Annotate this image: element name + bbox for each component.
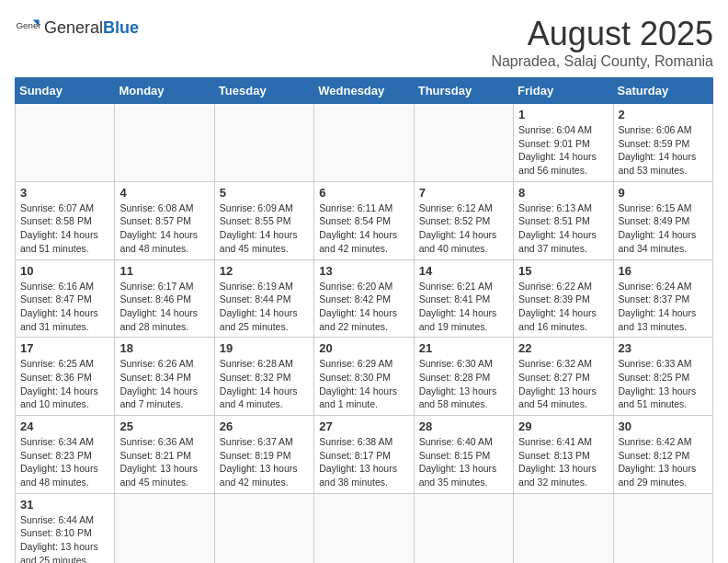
calendar-cell xyxy=(514,493,613,563)
weekday-header-row: SundayMondayTuesdayWednesdayThursdayFrid… xyxy=(16,78,713,104)
calendar-cell: 20Sunrise: 6:29 AM Sunset: 8:30 PM Dayli… xyxy=(314,338,414,416)
weekday-header: Sunday xyxy=(16,78,115,104)
calendar-cell: 31Sunrise: 6:44 AM Sunset: 8:10 PM Dayli… xyxy=(16,493,115,563)
day-info: Sunrise: 6:33 AM Sunset: 8:25 PM Dayligh… xyxy=(619,357,708,411)
day-number: 8 xyxy=(518,186,608,200)
day-info: Sunrise: 6:32 AM Sunset: 8:27 PM Dayligh… xyxy=(518,357,608,411)
calendar-cell: 28Sunrise: 6:40 AM Sunset: 8:15 PM Dayli… xyxy=(414,416,513,494)
day-number: 30 xyxy=(619,419,708,433)
day-number: 17 xyxy=(20,341,109,355)
day-info: Sunrise: 6:38 AM Sunset: 8:17 PM Dayligh… xyxy=(319,435,408,489)
calendar-cell: 30Sunrise: 6:42 AM Sunset: 8:12 PM Dayli… xyxy=(613,416,712,494)
calendar-cell: 5Sunrise: 6:09 AM Sunset: 8:55 PM Daylig… xyxy=(214,181,313,259)
day-info: Sunrise: 6:44 AM Sunset: 8:10 PM Dayligh… xyxy=(20,513,109,563)
title-section: August 2025 Napradea, Salaj County, Roma… xyxy=(491,15,713,70)
day-info: Sunrise: 6:20 AM Sunset: 8:42 PM Dayligh… xyxy=(319,280,408,334)
calendar-title: August 2025 xyxy=(491,15,713,53)
calendar-cell: 4Sunrise: 6:08 AM Sunset: 8:57 PM Daylig… xyxy=(115,181,214,259)
calendar-cell xyxy=(613,493,712,563)
day-number: 14 xyxy=(419,264,508,278)
calendar-cell xyxy=(115,493,214,563)
day-info: Sunrise: 6:19 AM Sunset: 8:44 PM Dayligh… xyxy=(220,280,309,334)
weekday-header: Monday xyxy=(115,78,214,104)
day-info: Sunrise: 6:08 AM Sunset: 8:57 PM Dayligh… xyxy=(119,201,209,256)
day-number: 29 xyxy=(518,419,608,433)
day-info: Sunrise: 6:04 AM Sunset: 9:01 PM Dayligh… xyxy=(518,123,608,178)
day-number: 31 xyxy=(20,498,109,511)
day-number: 6 xyxy=(319,186,408,200)
day-number: 5 xyxy=(220,186,309,200)
day-info: Sunrise: 6:37 AM Sunset: 8:19 PM Dayligh… xyxy=(220,435,309,489)
day-number: 20 xyxy=(319,341,408,355)
calendar-cell: 15Sunrise: 6:22 AM Sunset: 8:39 PM Dayli… xyxy=(514,259,613,338)
day-info: Sunrise: 6:34 AM Sunset: 8:23 PM Dayligh… xyxy=(20,435,109,489)
day-number: 1 xyxy=(518,108,608,121)
day-info: Sunrise: 6:36 AM Sunset: 8:21 PM Dayligh… xyxy=(119,435,209,489)
logo-icon: General xyxy=(15,15,40,40)
day-number: 23 xyxy=(619,341,708,355)
calendar-cell: 21Sunrise: 6:30 AM Sunset: 8:28 PM Dayli… xyxy=(414,338,513,416)
calendar-cell: 24Sunrise: 6:34 AM Sunset: 8:23 PM Dayli… xyxy=(16,416,115,494)
calendar-cell xyxy=(414,493,513,563)
calendar-cell: 19Sunrise: 6:28 AM Sunset: 8:32 PM Dayli… xyxy=(214,338,313,416)
calendar-cell: 17Sunrise: 6:25 AM Sunset: 8:36 PM Dayli… xyxy=(16,338,115,416)
day-info: Sunrise: 6:40 AM Sunset: 8:15 PM Dayligh… xyxy=(419,435,508,489)
day-number: 25 xyxy=(119,419,209,433)
day-number: 21 xyxy=(419,341,508,355)
day-number: 11 xyxy=(119,264,209,278)
calendar-cell: 18Sunrise: 6:26 AM Sunset: 8:34 PM Dayli… xyxy=(115,338,214,416)
calendar-week-row: 17Sunrise: 6:25 AM Sunset: 8:36 PM Dayli… xyxy=(16,338,713,416)
weekday-header: Wednesday xyxy=(314,78,414,104)
day-info: Sunrise: 6:17 AM Sunset: 8:46 PM Dayligh… xyxy=(119,280,209,334)
calendar-cell: 3Sunrise: 6:07 AM Sunset: 8:58 PM Daylig… xyxy=(16,181,115,259)
day-info: Sunrise: 6:11 AM Sunset: 8:54 PM Dayligh… xyxy=(319,201,408,256)
day-info: Sunrise: 6:06 AM Sunset: 8:59 PM Dayligh… xyxy=(619,123,708,178)
day-number: 15 xyxy=(518,264,608,278)
weekday-header: Thursday xyxy=(414,78,513,104)
day-number: 4 xyxy=(119,186,209,200)
day-info: Sunrise: 6:22 AM Sunset: 8:39 PM Dayligh… xyxy=(518,280,608,334)
page-header: General GeneralBlue August 2025 Napradea… xyxy=(15,15,713,70)
calendar-cell: 10Sunrise: 6:16 AM Sunset: 8:47 PM Dayli… xyxy=(16,259,115,338)
day-info: Sunrise: 6:30 AM Sunset: 8:28 PM Dayligh… xyxy=(419,357,508,411)
calendar-week-row: 10Sunrise: 6:16 AM Sunset: 8:47 PM Dayli… xyxy=(16,259,713,338)
day-number: 24 xyxy=(20,419,109,433)
day-number: 18 xyxy=(119,341,209,355)
calendar-cell xyxy=(314,493,414,563)
calendar-cell: 27Sunrise: 6:38 AM Sunset: 8:17 PM Dayli… xyxy=(314,416,414,494)
day-number: 22 xyxy=(518,341,608,355)
day-info: Sunrise: 6:24 AM Sunset: 8:37 PM Dayligh… xyxy=(619,280,708,334)
logo: General GeneralBlue xyxy=(15,15,139,40)
calendar-week-row: 3Sunrise: 6:07 AM Sunset: 8:58 PM Daylig… xyxy=(16,181,713,259)
day-info: Sunrise: 6:28 AM Sunset: 8:32 PM Dayligh… xyxy=(220,357,309,411)
calendar-cell: 25Sunrise: 6:36 AM Sunset: 8:21 PM Dayli… xyxy=(115,416,214,494)
weekday-header: Tuesday xyxy=(214,78,313,104)
day-info: Sunrise: 6:09 AM Sunset: 8:55 PM Dayligh… xyxy=(220,201,309,256)
calendar-cell: 9Sunrise: 6:15 AM Sunset: 8:49 PM Daylig… xyxy=(613,181,712,259)
day-number: 9 xyxy=(619,186,708,200)
calendar-week-row: 24Sunrise: 6:34 AM Sunset: 8:23 PM Dayli… xyxy=(16,416,713,494)
day-info: Sunrise: 6:21 AM Sunset: 8:41 PM Dayligh… xyxy=(419,280,508,334)
weekday-header: Saturday xyxy=(613,78,712,104)
calendar-subtitle: Napradea, Salaj County, Romania xyxy=(491,53,713,70)
calendar-cell: 8Sunrise: 6:13 AM Sunset: 8:51 PM Daylig… xyxy=(514,181,613,259)
calendar-cell: 22Sunrise: 6:32 AM Sunset: 8:27 PM Dayli… xyxy=(514,338,613,416)
day-number: 12 xyxy=(220,264,309,278)
day-info: Sunrise: 6:13 AM Sunset: 8:51 PM Dayligh… xyxy=(518,201,608,256)
day-number: 27 xyxy=(319,419,408,433)
day-info: Sunrise: 6:29 AM Sunset: 8:30 PM Dayligh… xyxy=(319,357,408,411)
calendar-table: SundayMondayTuesdayWednesdayThursdayFrid… xyxy=(15,77,713,563)
day-info: Sunrise: 6:12 AM Sunset: 8:52 PM Dayligh… xyxy=(419,201,508,256)
calendar-cell xyxy=(115,104,214,182)
calendar-week-row: 31Sunrise: 6:44 AM Sunset: 8:10 PM Dayli… xyxy=(16,493,713,563)
calendar-cell: 13Sunrise: 6:20 AM Sunset: 8:42 PM Dayli… xyxy=(314,259,414,338)
day-number: 10 xyxy=(20,264,109,278)
logo-general: General xyxy=(44,18,103,37)
day-number: 26 xyxy=(220,419,309,433)
day-info: Sunrise: 6:15 AM Sunset: 8:49 PM Dayligh… xyxy=(619,201,708,256)
calendar-cell: 7Sunrise: 6:12 AM Sunset: 8:52 PM Daylig… xyxy=(414,181,513,259)
calendar-cell: 11Sunrise: 6:17 AM Sunset: 8:46 PM Dayli… xyxy=(115,259,214,338)
calendar-cell: 6Sunrise: 6:11 AM Sunset: 8:54 PM Daylig… xyxy=(314,181,414,259)
calendar-cell xyxy=(214,104,313,182)
calendar-cell: 26Sunrise: 6:37 AM Sunset: 8:19 PM Dayli… xyxy=(214,416,313,494)
